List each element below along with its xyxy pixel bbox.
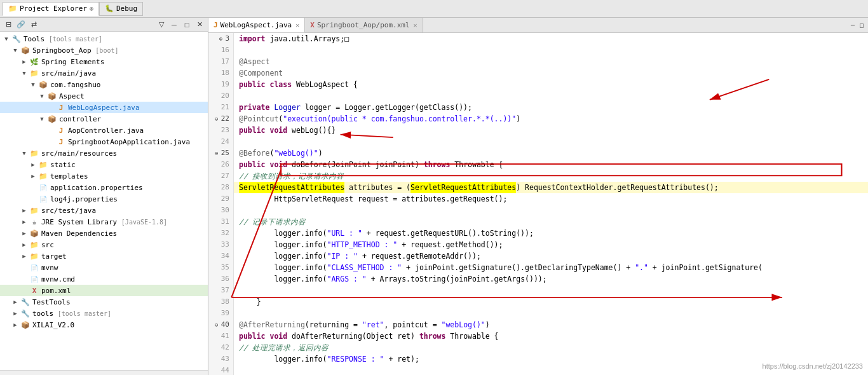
tree-icon-20: 📁 bbox=[29, 251, 39, 261]
tree-icon-15: 📄 bbox=[38, 194, 48, 204]
tree-item-12[interactable]: ▶📁static bbox=[0, 159, 208, 170]
tab-close-icon-0[interactable]: ✕ bbox=[295, 22, 299, 29]
tree-label-1: Tools [tools master] bbox=[24, 35, 102, 43]
minimize-button[interactable]: ─ bbox=[168, 19, 180, 31]
fold-marker-40[interactable]: ⊖ bbox=[214, 322, 220, 328]
tree-item-4[interactable]: ▼📁src/main/java bbox=[0, 67, 208, 79]
tree-icon-4: 📁 bbox=[29, 68, 39, 78]
tree-label-6: Aspect bbox=[59, 92, 85, 100]
tree-label-12: static bbox=[50, 161, 76, 169]
code-line-24 bbox=[234, 136, 868, 147]
line-num-text-40: 40 bbox=[221, 319, 229, 331]
xml-file-icon: X bbox=[310, 21, 315, 29]
tree-item-22[interactable]: 📄mvnw.cmd bbox=[0, 273, 208, 285]
tree-icon-25: 🔧 bbox=[20, 308, 31, 318]
tree-item-14[interactable]: 📄application.properties bbox=[0, 182, 208, 193]
tree-item-6[interactable]: ▼📦Aspect bbox=[0, 90, 208, 102]
tree-icon-26: 📦 bbox=[20, 320, 31, 330]
editor-maximize-button[interactable]: □ bbox=[858, 22, 865, 29]
code-line-16 bbox=[234, 44, 868, 56]
tree-arrow-3: ▶ bbox=[20, 58, 28, 65]
line-number-21: 21 bbox=[208, 102, 233, 113]
code-line-42: // 处理完请求，返回内容 bbox=[234, 342, 868, 353]
tree-icon-24: 🔧 bbox=[20, 297, 31, 307]
collapse-all-button[interactable]: ⊟ bbox=[3, 19, 14, 31]
code-line-41: public void doAfterReturning(Object ret)… bbox=[234, 331, 868, 342]
tree-arrow-20: ▶ bbox=[20, 252, 28, 260]
tree-item-8[interactable]: ▼📦controller bbox=[0, 113, 208, 125]
tree-item-18[interactable]: ▶📦Maven Dependencies bbox=[0, 228, 208, 239]
tree-item-3[interactable]: ▶🌿Spring Elements bbox=[0, 56, 208, 67]
tree-item-13[interactable]: ▶📁templates bbox=[0, 170, 208, 182]
editor-panel: J WebLogAspect.java ✕ X Springboot_Aop/p… bbox=[208, 18, 868, 375]
tree-arrow-6: ▼ bbox=[38, 92, 46, 100]
tree-label-20: target bbox=[41, 252, 67, 261]
line-number-16: 16 bbox=[208, 44, 233, 56]
tree-icon-9: J bbox=[56, 125, 66, 135]
tree-item-23[interactable]: Xpom.xml bbox=[0, 285, 208, 296]
tree-item-15[interactable]: 📄log4j.properties bbox=[0, 193, 208, 205]
tree-item-9[interactable]: JAopController.java bbox=[0, 125, 208, 136]
tree-item-7[interactable]: JWebLogAspect.java bbox=[0, 102, 208, 113]
line-number-24: 24 bbox=[208, 136, 233, 147]
tree-item-24[interactable]: ▶🔧TestTools bbox=[0, 296, 208, 308]
link-editor-button[interactable]: 🔗 bbox=[15, 19, 27, 31]
tree-item-5[interactable]: ▼📦com.fangshuo bbox=[0, 79, 208, 90]
tree-item-17[interactable]: ▶☕JRE System Library [JavaSE-1.8] bbox=[0, 216, 208, 228]
editor-controls: ─ □ bbox=[846, 18, 868, 32]
code-line-19: public class WebLogAspect { bbox=[234, 79, 868, 90]
fold-marker-3[interactable]: ⊕ bbox=[217, 36, 224, 42]
code-line-25: @Before("webLog()") bbox=[234, 147, 868, 159]
line-number-20: 20 bbox=[208, 90, 233, 102]
tree-item-2[interactable]: ▼📦Springboot_Aop [boot] bbox=[0, 44, 208, 56]
tree-label-26: XILAI_V2.0 bbox=[32, 321, 74, 329]
tree-label-4: src/main/java bbox=[41, 69, 96, 78]
tree-item-11[interactable]: ▼📁src/main/resources bbox=[0, 147, 208, 159]
editor-tab-bar: J WebLogAspect.java ✕ X Springboot_Aop/p… bbox=[208, 18, 868, 33]
panel-toolbar: ⊟ 🔗 ⇄ ▽ ─ □ ✕ bbox=[0, 18, 208, 32]
view-menu-button[interactable]: ▽ bbox=[156, 19, 167, 31]
line-number-38: 38 bbox=[208, 296, 233, 308]
tree-item-21[interactable]: 📄mvnw bbox=[0, 262, 208, 273]
tree-arrow-8: ▼ bbox=[38, 115, 46, 123]
line-number-27: 27 bbox=[208, 170, 233, 182]
project-tree[interactable]: ▼🔧Tools [tools master]▼📦Springboot_Aop [… bbox=[0, 32, 208, 370]
tree-icon-17: ☕ bbox=[29, 217, 39, 227]
tab-pomxml[interactable]: X Springboot_Aop/pom.xml ✕ bbox=[305, 18, 423, 32]
tree-icon-19: 📁 bbox=[29, 240, 39, 250]
code-content[interactable]: import java.util.Arrays;□@Aspect@Compone… bbox=[234, 33, 868, 375]
tree-icon-8: 📦 bbox=[47, 114, 57, 124]
tree-arrow-15 bbox=[29, 195, 37, 203]
tree-item-19[interactable]: ▶📁src bbox=[0, 239, 208, 250]
tree-label-16: src/test/java bbox=[41, 207, 96, 215]
tree-item-16[interactable]: ▶📁src/test/java bbox=[0, 205, 208, 216]
tab-debug[interactable]: 🐛 Debug bbox=[99, 2, 143, 16]
tree-label-5: com.fangshuo bbox=[50, 81, 100, 89]
horizontal-scrollbar[interactable] bbox=[0, 370, 208, 375]
tree-label-21: mvnw bbox=[41, 264, 58, 272]
tab-project-explorer[interactable]: 📁 Project Explorer ⊗ bbox=[3, 2, 99, 16]
tree-item-25[interactable]: ▶🔧tools [tools master] bbox=[0, 308, 208, 319]
tree-item-26[interactable]: ▶📦XILAI_V2.0 bbox=[0, 319, 208, 331]
tree-icon-3: 🌿 bbox=[29, 57, 39, 67]
sync-button[interactable]: ⇄ bbox=[28, 19, 39, 31]
line-number-44: 44 bbox=[208, 365, 233, 375]
code-line-32: logger.info("URL : " + request.getReques… bbox=[234, 228, 868, 239]
fold-marker-25[interactable]: ⊖ bbox=[214, 150, 220, 156]
line-number-17: 17 bbox=[208, 56, 233, 67]
tree-arrow-5: ▼ bbox=[29, 81, 37, 88]
tree-item-20[interactable]: ▶📁target bbox=[0, 250, 208, 262]
fold-marker-22[interactable]: ⊖ bbox=[214, 116, 220, 122]
tab-weblogatsspect[interactable]: J WebLogAspect.java ✕ bbox=[208, 18, 305, 32]
editor-minimize-button[interactable]: ─ bbox=[849, 22, 857, 29]
code-line-3: import java.util.Arrays;□ bbox=[234, 33, 868, 44]
line-number-31: 31 bbox=[208, 216, 233, 228]
top-tab-bar: 📁 Project Explorer ⊗ 🐛 Debug bbox=[0, 0, 868, 18]
tree-item-10[interactable]: JSpringbootAopApplication.java bbox=[0, 136, 208, 147]
tab-close-icon-1[interactable]: ✕ bbox=[414, 22, 417, 29]
line-number-33: 33 bbox=[208, 239, 233, 250]
close-panel-button[interactable]: ✕ bbox=[194, 19, 205, 31]
debug-icon: 🐛 bbox=[105, 4, 114, 13]
tree-item-1[interactable]: ▼🔧Tools [tools master] bbox=[0, 33, 208, 44]
maximize-button[interactable]: □ bbox=[181, 19, 193, 31]
